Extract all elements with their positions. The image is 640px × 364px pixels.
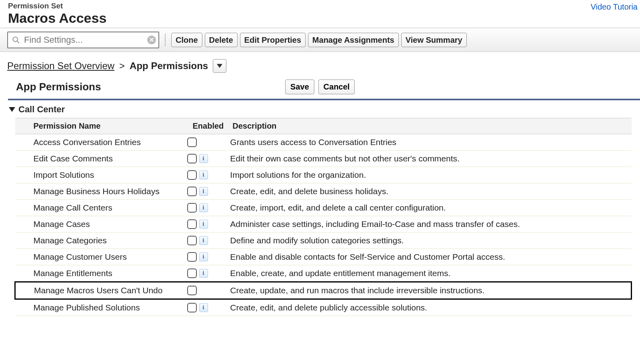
enabled-checkbox[interactable] [187,236,197,245]
enabled-checkbox[interactable] [187,303,197,312]
breadcrumb-current: App Permissions [130,60,208,72]
permission-name: Manage Categories [15,233,187,249]
info-icon[interactable]: i [199,154,208,163]
table-row: Manage Customer UsersiEnable and disable… [15,249,632,265]
table-row: Manage Macros Users Can't UndoCreate, up… [15,282,632,299]
permission-description: Create, edit, and delete publicly access… [227,299,631,316]
info-icon[interactable]: i [199,220,208,229]
breadcrumb-separator: > [119,60,125,72]
enabled-cell [187,134,227,151]
table-row: Manage EntitlementsiEnable, create, and … [15,265,632,282]
info-icon[interactable]: i [199,303,208,312]
permission-description: Enable and disable contacts for Self-Ser… [227,249,631,265]
enabled-checkbox[interactable] [187,286,197,295]
enabled-cell: i [187,249,227,265]
permission-name: Manage Published Solutions [15,299,187,316]
enabled-cell: i [187,200,227,216]
permission-name: Manage Cases [15,216,187,233]
permission-description: Create, edit, and delete business holida… [227,183,631,200]
permission-description: Create, update, and run macros that incl… [227,282,631,299]
enabled-cell: i [187,167,227,183]
enabled-cell: i [187,183,227,200]
table-row: Access Conversation EntriesGrants users … [15,134,632,151]
info-icon[interactable]: i [199,236,208,245]
enabled-cell: i [187,233,227,249]
info-icon[interactable]: i [199,171,208,179]
enabled-cell: i [187,216,227,233]
table-row: Import SolutionsiImport solutions for th… [15,167,632,183]
enabled-checkbox[interactable] [187,219,197,229]
enabled-checkbox[interactable] [187,203,197,213]
toolbar: ✕ Clone Delete Edit Properties Manage As… [0,28,640,52]
permission-description: Edit their own case comments but not oth… [227,151,631,167]
permission-description: Import solutions for the organization. [227,167,631,183]
enabled-checkbox[interactable] [187,252,197,262]
video-tutorial-link[interactable]: Video Tutoria [591,2,638,12]
enabled-checkbox[interactable] [187,187,197,196]
table-row: Manage CategoriesiDefine and modify solu… [15,233,632,249]
permission-description: Define and modify solution categories se… [227,233,631,249]
search-icon [12,36,20,44]
cancel-button[interactable]: Cancel [318,80,355,94]
svg-line-1 [17,41,19,43]
edit-properties-button[interactable]: Edit Properties [240,33,306,47]
section-title: App Permissions [16,81,101,93]
group-title: Call Center [18,104,65,115]
clone-button[interactable]: Clone [171,33,202,47]
table-row: Manage Business Hours HolidaysiCreate, e… [15,183,632,200]
permission-name: Manage Macros Users Can't Undo [15,282,187,299]
page-title: Macros Access [8,10,632,26]
caret-down-icon [217,64,222,68]
enabled-checkbox[interactable] [187,269,197,278]
table-row: Edit Case CommentsiEdit their own case c… [15,151,632,167]
info-icon[interactable]: i [199,269,208,278]
delete-button[interactable]: Delete [205,33,238,47]
enabled-checkbox[interactable] [187,154,197,163]
breadcrumb-root[interactable]: Permission Set Overview [7,60,114,72]
page-type-label: Permission Set [8,2,632,10]
permission-description: Create, import, edit, and delete a call … [227,200,631,216]
search-input[interactable] [23,34,147,46]
enabled-cell: i [187,299,227,316]
permission-name: Edit Case Comments [15,151,187,167]
svg-marker-2 [217,64,222,68]
search-container: ✕ [7,32,159,48]
permission-name: Manage Entitlements [15,265,187,282]
enabled-checkbox[interactable] [187,170,197,180]
permission-description: Administer case settings, including Emai… [227,216,631,233]
section-header: App Permissions Save Cancel [0,77,640,95]
permission-name: Manage Call Centers [15,200,187,216]
divider [165,34,166,46]
info-icon[interactable]: i [199,187,208,196]
breadcrumb: Permission Set Overview > App Permission… [0,52,640,77]
permission-name: Import Solutions [15,167,187,183]
enabled-cell [187,282,227,299]
info-icon[interactable]: i [199,253,208,261]
save-button[interactable]: Save [285,80,314,94]
view-summary-button[interactable]: View Summary [401,33,467,47]
enabled-cell: i [187,151,227,167]
permission-name: Manage Business Hours Holidays [15,183,187,200]
table-row: Manage CasesiAdminister case settings, i… [15,216,632,233]
enabled-cell: i [187,265,227,282]
table-row: Manage Call CentersiCreate, import, edit… [15,200,632,216]
permission-description: Enable, create, and update entitlement m… [227,265,631,282]
manage-assignments-button[interactable]: Manage Assignments [308,33,399,47]
table-row: Manage Published SolutionsiCreate, edit,… [15,299,632,316]
info-icon[interactable]: i [199,203,208,212]
permission-description: Grants users access to Conversation Entr… [227,134,631,151]
permission-name: Manage Customer Users [15,249,187,265]
breadcrumb-dropdown[interactable] [213,59,226,73]
col-enabled: Enabled [187,118,227,134]
group-header[interactable]: Call Center [0,100,640,118]
enabled-checkbox[interactable] [187,137,197,147]
col-description: Description [227,118,631,134]
collapse-icon [9,107,15,112]
permissions-table: Permission Name Enabled Description Acce… [14,118,632,316]
col-permission-name: Permission Name [15,118,187,134]
clear-search-icon[interactable]: ✕ [147,36,156,44]
permission-name: Access Conversation Entries [15,134,187,151]
